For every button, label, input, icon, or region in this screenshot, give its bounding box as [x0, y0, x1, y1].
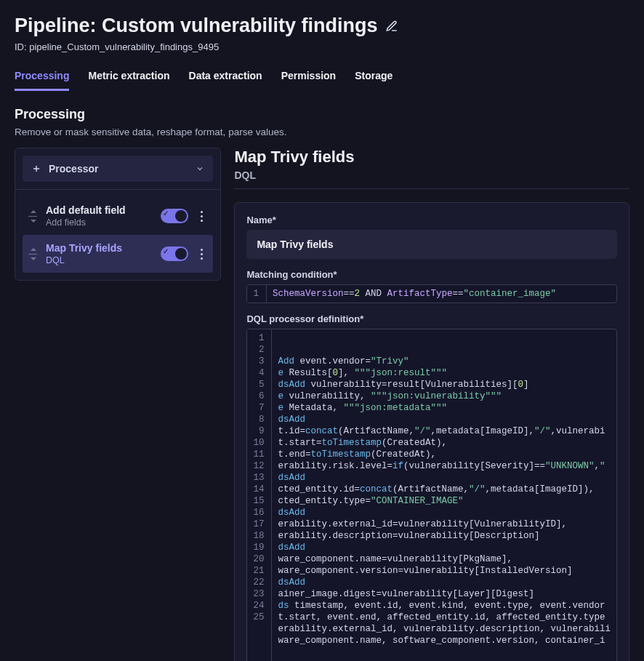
name-input[interactable] — [246, 230, 617, 259]
page-title: Pipeline: Custom vulnerability findings — [15, 15, 378, 37]
drag-handle-icon[interactable] — [28, 210, 39, 223]
add-processor-dropdown[interactable]: Processor — [23, 156, 213, 182]
matching-label: Matching condition* — [246, 269, 617, 280]
chevron-down-icon — [196, 164, 204, 173]
processor-editor: Map Trivy fields DQL Name* Matching cond… — [234, 148, 629, 661]
section-title: Processing — [15, 107, 629, 122]
pipeline-id: ID: pipeline_Custom_vulnerability_findin… — [15, 41, 629, 52]
tab-data-extraction[interactable]: Data extraction — [189, 65, 262, 91]
processor-toggle[interactable] — [161, 247, 188, 261]
drag-handle-icon[interactable] — [28, 248, 39, 260]
plus-icon — [31, 164, 41, 174]
divider — [15, 189, 220, 190]
dql-editor[interactable]: 1234567891011121314151617181920212223242… — [246, 329, 617, 661]
tabs: Processing Metric extraction Data extrac… — [15, 65, 629, 91]
name-label: Name* — [246, 215, 617, 225]
matching-condition-editor[interactable]: 1 SchemaVersion==2 AND ArtifactType=="co… — [246, 284, 617, 303]
processor-title: Map Trivy fields — [46, 242, 153, 254]
editor-subtitle: DQL — [234, 169, 629, 181]
more-menu-icon[interactable] — [196, 211, 207, 222]
tab-storage[interactable]: Storage — [355, 65, 393, 91]
processor-type: Add fields — [46, 217, 153, 228]
processor-type: DQL — [46, 255, 153, 265]
tab-permission[interactable]: Permission — [281, 65, 336, 91]
editor-form: Name* Matching condition* 1 SchemaVersio… — [234, 202, 629, 661]
processor-item-map-trivy[interactable]: Map Trivy fields DQL — [23, 235, 213, 273]
processor-toggle[interactable] — [161, 209, 188, 223]
tab-metric-extraction[interactable]: Metric extraction — [88, 65, 169, 91]
divider — [234, 188, 629, 189]
dql-label: DQL processor definition* — [246, 313, 617, 324]
edit-icon[interactable] — [385, 20, 398, 33]
more-menu-icon[interactable] — [196, 249, 207, 260]
editor-title: Map Trivy fields — [234, 148, 629, 167]
section-desc: Remove or mask sensitive data, reshape f… — [15, 127, 629, 137]
processor-title: Add default field — [46, 204, 153, 216]
processor-item-add-default-field[interactable]: Add default field Add fields — [23, 197, 213, 235]
processor-list-panel: Processor Add default field Add fields M… — [15, 148, 221, 281]
tab-processing[interactable]: Processing — [15, 65, 69, 91]
add-processor-label: Processor — [49, 163, 188, 175]
